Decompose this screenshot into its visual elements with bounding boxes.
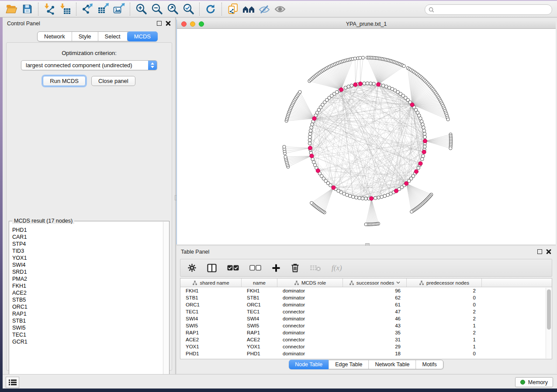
mcds-result-node[interactable]: ORC1 — [12, 303, 161, 310]
export-network-button[interactable] — [80, 2, 95, 16]
mcds-result-node[interactable]: FKH1 — [12, 282, 161, 289]
network-graph — [177, 29, 555, 244]
float-panel-icon[interactable] — [157, 21, 162, 26]
tab-edge-table[interactable]: Edge Table — [329, 360, 369, 369]
close-window-icon[interactable] — [181, 21, 187, 27]
optimization-criterion-select[interactable]: largest connected component (undirected) — [21, 60, 157, 70]
save-floppy-icon — [22, 3, 33, 14]
cell: 43 — [343, 323, 407, 328]
mcds-result-node[interactable]: SWI4 — [12, 261, 161, 268]
close-panel-icon[interactable] — [546, 249, 551, 254]
table-row-PHD1[interactable]: PHD1PHD1dominator180 — [180, 350, 552, 357]
table-panel: Table Panel — [176, 246, 556, 373]
float-panel-icon[interactable] — [537, 249, 542, 254]
search-input[interactable] — [436, 7, 552, 13]
close-panel-button[interactable]: Close panel — [91, 76, 135, 86]
network-canvas[interactable] — [177, 29, 556, 244]
trash-icon — [291, 263, 299, 272]
export-image-button[interactable] — [111, 2, 127, 16]
import-table-button[interactable] — [57, 2, 73, 16]
memory-button[interactable]: Memory — [515, 377, 553, 387]
mcds-result-node[interactable]: SRD1 — [12, 268, 161, 275]
apply-layout-button[interactable] — [203, 2, 218, 16]
close-panel-icon[interactable] — [166, 21, 171, 26]
zoom-out-button[interactable] — [149, 2, 165, 16]
result-list-scrollbar[interactable] — [163, 222, 169, 382]
delete-columns-button[interactable] — [291, 263, 299, 272]
table-row-FKH1[interactable]: FKH1FKH1dominator962 — [180, 287, 552, 294]
zoom-selected-button[interactable] — [180, 2, 196, 16]
deselect-all-button[interactable] — [249, 265, 261, 271]
cell: 46 — [343, 316, 407, 321]
show-panels-menu-button[interactable] — [6, 377, 19, 388]
tab-network-table[interactable]: Network Table — [369, 360, 416, 369]
mcds-result-node[interactable]: PMA2 — [12, 275, 161, 282]
import-network-button[interactable] — [42, 2, 57, 16]
delete-table-button[interactable] — [310, 264, 321, 272]
show-columns-button[interactable] — [207, 264, 217, 272]
table-row-SWI5[interactable]: SWI5SWI5connector431 — [180, 322, 552, 329]
mcds-result-node[interactable]: TID3 — [12, 248, 161, 254]
network-view-titlebar[interactable]: YPA_prune.txt_1 — [177, 20, 556, 29]
first-neighbors-button[interactable] — [241, 2, 256, 16]
save-session-button[interactable] — [19, 2, 35, 16]
table-row-ACE2[interactable]: ACE2ACE2connector311 — [180, 336, 552, 343]
sort-descending-icon — [396, 281, 400, 284]
table-row-SWI4[interactable]: SWI4SWI4dominator462 — [180, 315, 552, 322]
export-table-button[interactable] — [95, 2, 111, 16]
mcds-result-node[interactable]: RAP1 — [12, 310, 161, 317]
search-field[interactable] — [425, 4, 552, 15]
unchecked-boxes-icon — [249, 265, 261, 271]
scrollbar-thumb[interactable] — [547, 289, 551, 330]
tab-style[interactable]: Style — [72, 32, 98, 41]
cell: 2 — [407, 309, 482, 314]
tab-motifs[interactable]: Motifs — [416, 360, 443, 369]
table-row-RAP1[interactable]: RAP1RAP1dominator352 — [180, 329, 552, 336]
zoom-fit-button[interactable] — [165, 2, 180, 16]
mcds-result-node[interactable]: ACE2 — [12, 289, 161, 296]
mcds-result-node[interactable]: TEC1 — [12, 331, 161, 338]
select-stepper-icon — [148, 61, 157, 70]
zoom-selected-icon — [183, 3, 194, 15]
table-scrollbar[interactable] — [546, 288, 551, 358]
cell: 0 — [407, 295, 482, 300]
table-options-button[interactable] — [187, 263, 197, 272]
column-header-shared-name[interactable]: shared name — [180, 279, 242, 287]
mcds-result-node[interactable]: PHD1 — [12, 227, 161, 234]
table-row-STB1[interactable]: STB1STB1dominator620 — [180, 294, 552, 301]
column-header-name[interactable]: name — [242, 279, 277, 287]
tab-mcds[interactable]: MCDS — [127, 31, 158, 41]
tab-network[interactable]: Network — [38, 32, 72, 41]
tab-node-table[interactable]: Node Table — [289, 360, 329, 369]
eye-slash-icon — [258, 4, 270, 14]
mcds-result-node[interactable]: YOX1 — [12, 254, 161, 261]
hide-selected-button[interactable] — [256, 2, 272, 16]
table-row-ORC1[interactable]: ORC1ORC1dominator610 — [180, 301, 552, 308]
mcds-result-node[interactable]: STB5 — [12, 296, 161, 303]
duplicate-network-button[interactable] — [225, 2, 241, 16]
mcds-result-node[interactable]: CAR1 — [12, 234, 161, 241]
column-header-MCDS-role[interactable]: MCDS role — [277, 279, 343, 287]
show-all-button[interactable] — [272, 2, 288, 16]
column-header-successor-nodes[interactable]: successor nodes — [343, 279, 407, 287]
function-builder-icon[interactable]: f(x) — [332, 264, 342, 272]
open-session-button[interactable] — [3, 2, 19, 16]
zoom-in-button[interactable] — [133, 2, 149, 16]
table-row-TEC1[interactable]: TEC1TEC1connector472 — [180, 308, 552, 315]
tab-select[interactable]: Select — [98, 32, 128, 41]
add-column-button[interactable] — [272, 264, 280, 272]
cell: 62 — [343, 295, 407, 300]
minimize-window-icon[interactable] — [190, 21, 195, 27]
table-row-YOX1[interactable]: YOX1YOX1connector291 — [180, 343, 552, 350]
mcds-result-node[interactable]: GCR1 — [12, 338, 161, 345]
mcds-result-node[interactable]: STP4 — [12, 241, 161, 248]
cell: 1 — [407, 344, 482, 349]
mcds-result-node[interactable]: SWI5 — [12, 324, 161, 331]
network-title: YPA_prune.txt_1 — [346, 21, 387, 27]
toolbar-separator — [130, 3, 130, 16]
column-header-predecessor-nodes[interactable]: predecessor nodes — [407, 279, 482, 287]
maximize-window-icon[interactable] — [199, 21, 204, 27]
run-mcds-button[interactable]: Run MCDS — [43, 76, 86, 86]
select-all-button[interactable] — [227, 265, 239, 271]
mcds-result-node[interactable]: STB1 — [12, 317, 161, 324]
